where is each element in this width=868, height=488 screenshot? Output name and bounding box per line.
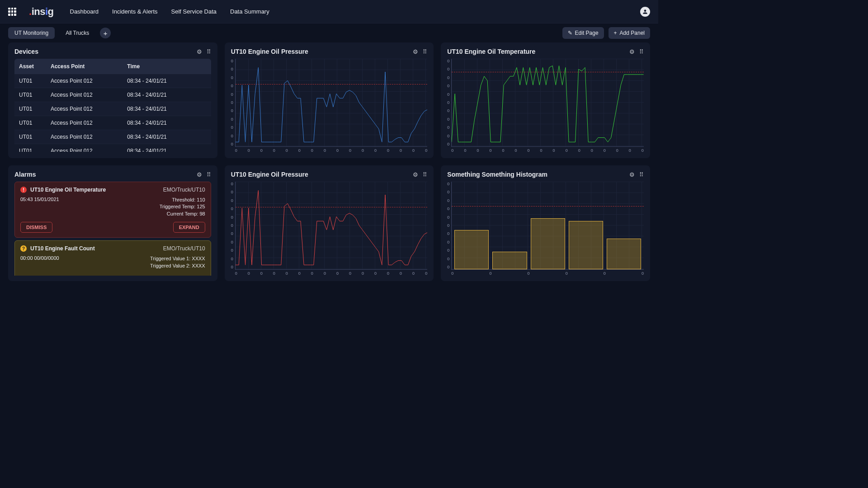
alarm-status-icon: ?	[20, 245, 27, 252]
alarm-details: Triggered Value 1: XXXXTriggered Value 2…	[150, 255, 205, 269]
table-row[interactable]: UT01Access Point 01208:34 - 24/01/21	[14, 88, 211, 102]
dismiss-button[interactable]: DISMISS	[20, 222, 52, 233]
nav-dashboard[interactable]: Dashboard	[70, 8, 99, 15]
add-panel-label: Add Panel	[620, 30, 645, 36]
drag-handle-icon[interactable]: ⠿	[423, 171, 427, 178]
panel-oil-temperature: UT10 Engine Oil Temperature ⚙ ⠿ 00000000…	[441, 42, 650, 158]
histogram-bar	[492, 252, 527, 269]
histogram-bar	[569, 221, 603, 269]
nav-data-summary[interactable]: Data Summary	[230, 8, 269, 15]
table-row[interactable]: UT01Access Point 01208:34 - 24/01/21	[14, 74, 211, 88]
y-axis: 00000000000	[231, 59, 235, 146]
alarm-timestamp: 00:00 00/00/0000	[20, 255, 59, 269]
y-axis: 00000000000	[447, 182, 451, 269]
drag-handle-icon[interactable]: ⠿	[639, 48, 644, 55]
table-body[interactable]: UT01Access Point 01208:34 - 24/01/21UT01…	[14, 74, 211, 152]
gear-icon[interactable]: ⚙	[413, 171, 418, 178]
alarm-card[interactable]: !UT10 Engine Oil TemperatureEMO/Truck/UT…	[14, 182, 211, 238]
expand-button[interactable]: EXPAND	[173, 222, 205, 233]
drag-handle-icon[interactable]: ⠿	[423, 48, 427, 55]
gear-icon[interactable]: ⚙	[629, 171, 635, 178]
panel-oil-pressure-blue: UT10 Engine Oil Pressure ⚙ ⠿ 00000000000…	[225, 42, 434, 158]
nav-self-service[interactable]: Self Service Data	[171, 8, 217, 15]
table-row[interactable]: UT01Access Point 01208:34 - 24/01/21	[14, 102, 211, 116]
histogram-bar	[454, 230, 489, 269]
col-asset: Asset	[19, 63, 51, 70]
main-nav: Dashboard Incidents & Alerts Self Servic…	[70, 8, 269, 15]
histogram-bars	[452, 182, 644, 269]
chart-area	[235, 59, 428, 147]
gear-icon[interactable]: ⚙	[197, 48, 202, 55]
panel-title: UT10 Engine Oil Temperature	[447, 48, 535, 55]
x-axis: 0000000000000000	[451, 147, 644, 153]
table-row[interactable]: UT01Access Point 01208:34 - 24/01/21	[14, 116, 211, 130]
histogram-bar	[531, 218, 565, 269]
panel-title: Alarms	[14, 171, 36, 178]
plus-icon: +	[614, 30, 617, 36]
table-header: Asset Access Point Time	[14, 59, 211, 74]
add-tab-button[interactable]: +	[100, 28, 111, 38]
topbar: .insig Dashboard Incidents & Alerts Self…	[0, 0, 658, 23]
brand-logo: .insig	[29, 6, 54, 18]
panel-alarms: Alarms ⚙ ⠿ !UT10 Engine Oil TemperatureE…	[8, 165, 217, 281]
panel-devices: Devices ⚙ ⠿ Asset Access Point Time UT01…	[8, 42, 217, 158]
alarm-timestamp: 05:43 15/01/2021	[20, 197, 59, 217]
y-axis: 00000000000	[447, 59, 451, 146]
nav-incidents[interactable]: Incidents & Alerts	[112, 8, 157, 15]
tab-all-trucks[interactable]: All Trucks	[59, 27, 95, 39]
add-panel-button[interactable]: + Add Panel	[609, 27, 650, 39]
table-row[interactable]: UT01Access Point 01208:34 - 24/01/21	[14, 130, 211, 144]
drag-handle-icon[interactable]: ⠿	[639, 171, 644, 178]
alarm-path: EMO/Truck/UT10	[163, 245, 205, 252]
x-axis: 0000000000000000	[235, 147, 428, 153]
panel-histogram: Something Something Histogram ⚙ ⠿ 000000…	[441, 165, 650, 281]
user-avatar-icon[interactable]	[640, 7, 650, 17]
devices-table: Asset Access Point Time UT01Access Point…	[14, 59, 211, 153]
alarm-path: EMO/Truck/UT10	[163, 187, 205, 193]
tab-ut-monitoring[interactable]: UT Monitoring	[8, 27, 55, 39]
gear-icon[interactable]: ⚙	[629, 48, 635, 55]
chart-area	[235, 182, 428, 270]
gear-icon[interactable]: ⚙	[413, 48, 418, 55]
tab-bar: UT Monitoring All Trucks + ✎ Edit Page +…	[0, 23, 658, 42]
edit-page-label: Edit Page	[575, 30, 599, 36]
alarm-title: UT10 Engine Oil Temperature	[30, 187, 106, 193]
panel-title: Devices	[14, 48, 38, 55]
panel-title: UT10 Engine Oil Pressure	[231, 48, 308, 55]
gear-icon[interactable]: ⚙	[197, 171, 202, 178]
alarm-status-icon: !	[20, 187, 27, 193]
alarm-title: UT10 Engine Fault Count	[30, 245, 95, 252]
pencil-icon: ✎	[568, 30, 572, 36]
histogram-bar	[607, 239, 641, 269]
panel-title: Something Something Histogram	[447, 171, 547, 178]
chart-area	[451, 59, 644, 147]
col-access-point: Access Point	[51, 63, 127, 70]
alarm-remaining: Remaining: 14m 59s	[20, 275, 205, 276]
col-time: Time	[127, 63, 203, 70]
x-axis: 0000000000000000	[235, 270, 428, 276]
panel-title: UT10 Engine Oil Pressure	[231, 171, 308, 178]
drag-handle-icon[interactable]: ⠿	[207, 48, 211, 55]
y-axis: 00000000000	[231, 182, 235, 269]
panel-oil-pressure-red: UT10 Engine Oil Pressure ⚙ ⠿ 00000000000…	[225, 165, 434, 281]
alarm-card[interactable]: ?UT10 Engine Fault CountEMO/Truck/UT1000…	[14, 240, 211, 276]
apps-grid-icon[interactable]	[8, 8, 16, 16]
table-row[interactable]: UT01Access Point 01208:34 - 24/01/21	[14, 144, 211, 152]
drag-handle-icon[interactable]: ⠿	[207, 171, 211, 178]
alarms-list[interactable]: !UT10 Engine Oil TemperatureEMO/Truck/UT…	[14, 182, 211, 276]
panel-grid: Devices ⚙ ⠿ Asset Access Point Time UT01…	[0, 42, 658, 281]
edit-page-button[interactable]: ✎ Edit Page	[562, 27, 604, 39]
x-axis: 000000	[451, 270, 644, 276]
alarm-details: Threshold: 110Triggered Temp: 125Current…	[160, 197, 205, 217]
chart-area	[451, 182, 644, 270]
